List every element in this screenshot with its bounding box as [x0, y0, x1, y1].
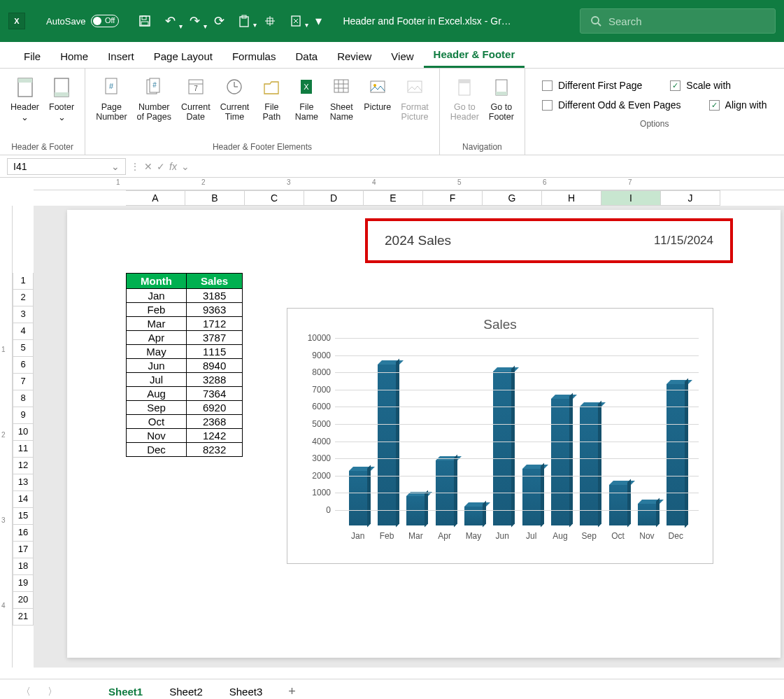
row-header-9[interactable]: 9	[13, 407, 34, 424]
sales-chart[interactable]: Sales JanFebMarAprMayJunJulAugSepOctNovD…	[287, 308, 713, 564]
row-header-21[interactable]: 21	[13, 609, 34, 626]
tab-formulas[interactable]: Formulas	[222, 45, 286, 68]
row-header-6[interactable]: 6	[13, 357, 34, 374]
file-path-button[interactable]: File Path	[255, 73, 287, 141]
page-header-highlight[interactable]: 2024 Sales 11/15/2024	[365, 218, 733, 263]
row-header-16[interactable]: 16	[13, 525, 34, 542]
tab-data[interactable]: Data	[285, 45, 327, 68]
row-header-13[interactable]: 13	[13, 474, 34, 491]
row-header-8[interactable]: 8	[13, 390, 34, 407]
table-row[interactable]: Jun8940	[127, 359, 243, 373]
align-with-checkbox[interactable]: ✓Align with	[709, 99, 767, 111]
undo-icon[interactable]: ↶▾	[165, 13, 176, 29]
table-row[interactable]: Mar1712	[127, 317, 243, 331]
refresh-icon[interactable]: ⟳	[214, 13, 224, 29]
tab-page-layout[interactable]: Page Layout	[144, 45, 222, 68]
prev-sheet-icon[interactable]: 〈	[14, 686, 38, 698]
table-row[interactable]: Feb9363	[127, 303, 243, 317]
column-header-B[interactable]: B	[185, 190, 245, 206]
search-input[interactable]	[608, 15, 765, 27]
table-row[interactable]: Jul3288	[127, 373, 243, 387]
column-header-G[interactable]: G	[483, 190, 542, 206]
cancel-icon[interactable]: ✕	[144, 161, 152, 172]
table-row[interactable]: Oct2368	[127, 415, 243, 429]
redo-icon[interactable]: ↷▾	[190, 13, 200, 29]
different-first-page-checkbox[interactable]: Different First Page	[542, 80, 642, 91]
goto-footer-button[interactable]: Go to Footer	[485, 73, 518, 141]
more-icon[interactable]: ▾	[315, 13, 322, 29]
accept-icon[interactable]: ✓	[157, 161, 165, 172]
number-of-pages-button[interactable]: #Number of Pages	[134, 73, 175, 141]
column-header-F[interactable]: F	[423, 190, 483, 206]
row-header-12[interactable]: 12	[13, 458, 34, 474]
table-row[interactable]: Sep6920	[127, 401, 243, 415]
clipboard-icon[interactable]: ▾	[238, 15, 250, 27]
table-row[interactable]: May1115	[127, 345, 243, 359]
formula-input[interactable]	[194, 158, 777, 175]
column-header-D[interactable]: D	[304, 190, 364, 206]
tab-home[interactable]: Home	[50, 45, 98, 68]
tab-file[interactable]: File	[14, 45, 50, 68]
sheet-name-button[interactable]: Sheet Name	[325, 73, 357, 141]
different-odd-even-checkbox[interactable]: Different Odd & Even Pages	[542, 99, 681, 111]
row-header-7[interactable]: 7	[13, 374, 34, 390]
autosave-toggle[interactable]: AutoSave Off	[46, 15, 119, 27]
row-header-15[interactable]: 15	[13, 508, 34, 525]
row-header-10[interactable]: 10	[13, 424, 34, 441]
header-button[interactable]: Header⌄	[7, 73, 43, 141]
column-header-I[interactable]: I	[601, 190, 661, 206]
row-header-4[interactable]: 4	[13, 323, 34, 340]
row-header-19[interactable]: 19	[13, 575, 34, 592]
column-header-A[interactable]: A	[126, 190, 185, 206]
row-header-11[interactable]: 11	[13, 441, 34, 458]
current-date-button[interactable]: 7Current Date	[178, 73, 214, 141]
name-box[interactable]: I41⌄	[7, 158, 126, 175]
current-time-button[interactable]: Current Time	[217, 73, 253, 141]
chart-bar[interactable]	[551, 399, 569, 525]
row-header-2[interactable]: 2	[13, 290, 34, 306]
file-name-button[interactable]: XFile Name	[290, 73, 322, 141]
table-row[interactable]: Dec8232	[127, 443, 243, 457]
table-row[interactable]: Jan3185	[127, 289, 243, 303]
sheet-tab-sheet3[interactable]: Sheet3	[216, 681, 276, 700]
page-number-button[interactable]: #Page Number	[92, 73, 130, 141]
chevron-down-icon[interactable]: ⌄	[181, 161, 190, 172]
save-icon[interactable]	[138, 15, 151, 27]
add-sheet-button[interactable]: +	[278, 684, 306, 699]
sheet-tab-sheet2[interactable]: Sheet2	[156, 681, 216, 700]
column-header-C[interactable]: C	[245, 190, 304, 206]
row-header-3[interactable]: 3	[13, 306, 34, 323]
chart-bar[interactable]	[638, 504, 656, 525]
search-box[interactable]	[580, 8, 776, 34]
chart-bar[interactable]	[667, 384, 685, 526]
tab-insert[interactable]: Insert	[98, 45, 144, 68]
row-header-5[interactable]: 5	[13, 340, 34, 357]
next-sheet-icon[interactable]: 〉	[41, 686, 64, 698]
row-header-17[interactable]: 17	[13, 542, 34, 558]
chart-bar[interactable]	[609, 485, 627, 525]
tab-header-footer[interactable]: Header & Footer	[424, 43, 525, 68]
table-row[interactable]: Aug7364	[127, 387, 243, 401]
format-icon[interactable]: ▾	[290, 15, 301, 27]
tab-view[interactable]: View	[381, 45, 423, 68]
chart-bar[interactable]	[493, 372, 511, 525]
scale-with-checkbox[interactable]: ✓Scale with	[670, 80, 731, 91]
table-row[interactable]: Apr3787	[127, 331, 243, 345]
chart-bar[interactable]	[522, 469, 541, 525]
picture-button[interactable]: Picture	[360, 73, 394, 141]
sheet-tab-sheet1[interactable]: Sheet1	[95, 681, 156, 700]
chart-bar[interactable]	[378, 365, 396, 525]
table-row[interactable]: Nov1242	[127, 429, 243, 443]
row-header-18[interactable]: 18	[13, 558, 34, 575]
column-header-H[interactable]: H	[542, 190, 601, 206]
row-header-20[interactable]: 20	[13, 592, 34, 609]
row-header-1[interactable]: 1	[13, 273, 34, 290]
fx-icon[interactable]: fx	[169, 161, 177, 172]
column-header-J[interactable]: J	[661, 190, 720, 206]
toggle-switch[interactable]: Off	[91, 15, 119, 27]
column-header-E[interactable]: E	[364, 190, 423, 206]
chart-bar[interactable]	[349, 471, 367, 525]
tab-review[interactable]: Review	[327, 45, 381, 68]
footer-button[interactable]: Footer⌄	[45, 73, 78, 141]
center-icon[interactable]	[264, 15, 276, 27]
